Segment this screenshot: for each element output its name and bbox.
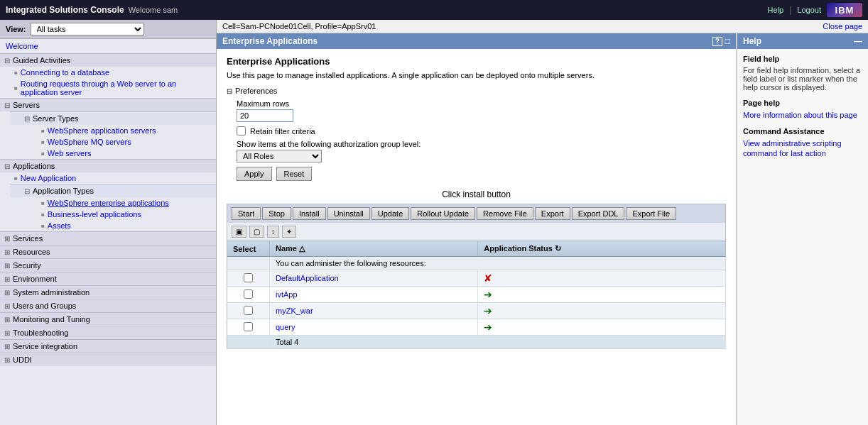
guided-link-1[interactable]: Connecting to a database	[21, 68, 109, 77]
status-icon-3: ➔	[484, 305, 492, 316]
ibm-logo: IBM	[827, 3, 862, 17]
sel-icons-row: ▣ ▢ ↕ ✦	[227, 223, 726, 241]
refresh-icon[interactable]: ↻	[555, 244, 561, 253]
sidebar-header: View: All tasks	[0, 20, 216, 39]
expand-icon[interactable]: ↕	[267, 226, 279, 238]
app-type-link-3[interactable]: Assets	[48, 221, 71, 230]
reset-button[interactable]: Reset	[276, 167, 313, 181]
retain-filter-label: Retain filter criteria	[250, 127, 315, 136]
sidebar-group-security[interactable]: ⊞ Security	[0, 258, 216, 272]
help-icon[interactable]: ?	[712, 37, 722, 46]
stop-button[interactable]: Stop	[262, 207, 291, 220]
troubleshooting-label: Troubleshooting	[13, 329, 68, 337]
retain-filter-checkbox[interactable]	[237, 126, 246, 136]
server-type-2: ■ WebSphere MQ servers	[20, 136, 216, 148]
total-text: Total 4	[270, 336, 726, 349]
start-button[interactable]: Start	[232, 207, 261, 220]
guided-item-2: ■ Routing requests through a Web server …	[10, 78, 216, 98]
new-application-link[interactable]: New Application	[21, 174, 76, 182]
auth-level-row: Show items at the following authorizatio…	[237, 140, 726, 162]
sidebar-section-welcome: Welcome	[0, 39, 216, 53]
app-link-1[interactable]: DefaultApplication	[276, 274, 339, 282]
sidebar-group-uddi[interactable]: ⊞ UDDI	[0, 353, 216, 366]
servers-label: Servers	[13, 101, 40, 109]
app-link-3[interactable]: myZK_war	[276, 307, 313, 315]
app-types-subitems: ■ WebSphere enterprise applications ■ Bu…	[10, 197, 216, 231]
remove-file-button[interactable]: Remove File	[477, 207, 533, 220]
server-type-link-3[interactable]: Web servers	[48, 149, 92, 158]
deselect-all-icon[interactable]: ▢	[249, 226, 264, 238]
app-link-2[interactable]: ivtApp	[276, 290, 298, 299]
logout-link[interactable]: Logout	[797, 6, 821, 14]
sidebar-group-sysadmin[interactable]: ⊞ System administration	[0, 285, 216, 299]
page-help-link[interactable]: More information about this page	[743, 111, 857, 119]
total-row: Total 4	[227, 336, 726, 349]
table-toolbar: Start Stop Install Uninstall Update Roll…	[227, 204, 726, 223]
server-type-link-2[interactable]: WebSphere MQ servers	[48, 138, 131, 146]
monitoring-label: Monitoring and Tuning	[13, 315, 90, 324]
view-select[interactable]: All tasks	[31, 23, 144, 35]
content-area: Cell=Sam-PCNode01Cell, Profile=AppSrv01 …	[217, 20, 868, 425]
sidebar-group-guided[interactable]: ⊟ Guided Activities	[0, 53, 216, 67]
collapse-icon[interactable]: ✦	[282, 226, 296, 238]
apply-button[interactable]: Apply	[237, 167, 272, 181]
sidebar-group-server-types[interactable]: ⊟ Server Types	[10, 111, 216, 125]
uninstall-button[interactable]: Uninstall	[327, 207, 370, 220]
app-type-link-2[interactable]: Business-level applications	[48, 210, 141, 219]
row-1-checkbox[interactable]	[244, 273, 253, 282]
max-rows-input[interactable]	[237, 109, 293, 122]
users-label: Users and Groups	[13, 302, 76, 310]
auth-level-label: Show items at the following authorizatio…	[237, 140, 421, 148]
row-3-checkbox[interactable]	[244, 306, 253, 315]
app-type-2: ■ Business-level applications	[20, 209, 216, 220]
col-name: Name △	[270, 241, 478, 257]
content-help: Enterprise Applications ? □ Enterprise A…	[217, 33, 868, 425]
row-4-checkbox[interactable]	[244, 322, 253, 331]
top-bar-right: Help | Logout IBM	[768, 3, 862, 17]
ea-body-title: Enterprise Applications	[227, 56, 726, 67]
maximize-icon[interactable]: □	[725, 36, 730, 46]
page-help-title: Page help	[743, 99, 862, 107]
cell-bar: Cell=Sam-PCNode01Cell, Profile=AppSrv01 …	[217, 20, 868, 33]
sidebar-group-resources[interactable]: ⊞ Resources	[0, 245, 216, 258]
auth-level-select[interactable]: All Roles	[237, 150, 322, 162]
table-row: query ➔	[227, 319, 726, 336]
sidebar-group-users[interactable]: ⊞ Users and Groups	[0, 299, 216, 312]
resources-row: You can administer the following resourc…	[227, 257, 726, 270]
sidebar-group-environment[interactable]: ⊞ Environment	[0, 272, 216, 285]
command-link[interactable]: View administrative scripting command fo…	[743, 139, 842, 158]
sidebar-welcome-link[interactable]: Welcome	[6, 42, 38, 50]
export-file-button[interactable]: Export File	[626, 207, 676, 220]
help-minimize-icon[interactable]: —	[854, 36, 862, 46]
sort-icon[interactable]: △	[299, 244, 305, 253]
sidebar-group-app-types[interactable]: ⊟ Application Types	[10, 184, 216, 197]
table-row: myZK_war ➔	[227, 303, 726, 319]
update-button[interactable]: Update	[371, 207, 409, 220]
sidebar-group-services[interactable]: ⊞ Services	[0, 231, 216, 245]
service-integration-label: Service integration	[13, 342, 77, 351]
export-button[interactable]: Export	[535, 207, 570, 220]
app-title: Integrated Solutions Console	[6, 5, 124, 15]
guided-link-2[interactable]: Routing requests through a Web server to…	[21, 79, 212, 96]
prefs-expand-icon: ⊟	[227, 87, 232, 95]
select-all-icon[interactable]: ▣	[232, 226, 246, 238]
row-2-checkbox[interactable]	[244, 289, 253, 299]
rollout-update-button[interactable]: Rollout Update	[411, 207, 475, 220]
install-button[interactable]: Install	[293, 207, 326, 220]
sidebar-group-applications[interactable]: ⊟ Applications	[0, 159, 216, 172]
prefs-toggle[interactable]: ⊟ Preferences	[227, 87, 726, 95]
server-type-link-1[interactable]: WebSphere application servers	[48, 126, 156, 135]
guided-subitems: ■ Connecting to a database ■ Routing req…	[0, 67, 216, 98]
export-ddl-button[interactable]: Export DDL	[572, 207, 625, 220]
close-page-link[interactable]: Close page	[823, 22, 862, 31]
max-rows-row: Maximum rows	[237, 99, 726, 122]
sidebar-group-troubleshooting[interactable]: ⊞ Troubleshooting	[0, 326, 216, 339]
help-link[interactable]: Help	[768, 6, 784, 14]
app-type-link-1[interactable]: WebSphere enterprise applications	[48, 199, 169, 207]
top-bar-left: Integrated Solutions Console Welcome sam	[6, 5, 178, 15]
new-application-item: ■ New Application	[10, 172, 216, 184]
sidebar-group-service-integration[interactable]: ⊞ Service integration	[0, 339, 216, 353]
sidebar-group-monitoring[interactable]: ⊞ Monitoring and Tuning	[0, 312, 216, 326]
app-link-4[interactable]: query	[276, 323, 295, 331]
sidebar-group-servers[interactable]: ⊟ Servers	[0, 98, 216, 111]
